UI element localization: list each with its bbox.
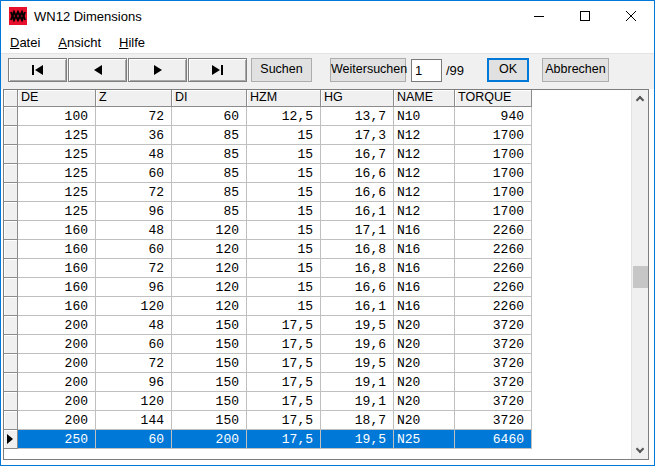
table-row[interactable]: 20014415017,518,7N203720 [4, 411, 648, 430]
cell-torque[interactable]: 6460 [455, 430, 532, 449]
cell-hzm[interactable]: 17,5 [247, 430, 321, 449]
cell-torque[interactable]: 2260 [455, 297, 532, 316]
row-selector-cell[interactable] [4, 183, 18, 202]
cell-de[interactable]: 125 [18, 183, 96, 202]
cell-de[interactable]: 125 [18, 164, 96, 183]
cell-de[interactable]: 125 [18, 145, 96, 164]
table-row[interactable]: 160601201516,8N162260 [4, 240, 648, 259]
table-row[interactable]: 2006015017,519,6N203720 [4, 335, 648, 354]
cell-hzm[interactable]: 15 [247, 202, 321, 221]
row-selector-cell[interactable] [4, 164, 18, 183]
cell-z[interactable]: 60 [96, 430, 172, 449]
cell-name[interactable]: N16 [394, 297, 455, 316]
row-selector-cell[interactable] [4, 335, 18, 354]
row-selector-cell[interactable] [4, 430, 18, 449]
cell-de[interactable]: 200 [18, 335, 96, 354]
cell-name[interactable]: N20 [394, 316, 455, 335]
cell-hg[interactable]: 16,8 [321, 240, 394, 259]
cell-de[interactable]: 125 [18, 126, 96, 145]
table-row[interactable]: 12572851516,6N121700 [4, 183, 648, 202]
cell-di[interactable]: 120 [172, 297, 247, 316]
column-header-de[interactable]: DE [18, 90, 96, 107]
cell-hg[interactable]: 16,6 [321, 278, 394, 297]
cell-di[interactable]: 150 [172, 335, 247, 354]
cell-hzm[interactable]: 15 [247, 145, 321, 164]
table-row[interactable]: 2009615017,519,1N203720 [4, 373, 648, 392]
cell-z[interactable]: 60 [96, 164, 172, 183]
cell-di[interactable]: 60 [172, 107, 247, 126]
cell-name[interactable]: N20 [394, 392, 455, 411]
close-button[interactable] [608, 1, 654, 31]
cell-hzm[interactable]: 15 [247, 259, 321, 278]
cell-hg[interactable]: 18,7 [321, 411, 394, 430]
cell-torque[interactable]: 3720 [455, 411, 532, 430]
cell-hg[interactable]: 16,8 [321, 259, 394, 278]
cell-name[interactable]: N12 [394, 183, 455, 202]
scroll-down-button[interactable] [632, 442, 649, 459]
scroll-up-button[interactable] [632, 90, 649, 107]
cell-hzm[interactable]: 17,5 [247, 316, 321, 335]
table-row[interactable]: 1601201201516,1N162260 [4, 297, 648, 316]
cell-name[interactable]: N12 [394, 164, 455, 183]
cell-torque[interactable]: 3720 [455, 373, 532, 392]
cell-hzm[interactable]: 17,5 [247, 392, 321, 411]
last-record-button[interactable] [188, 58, 247, 82]
cell-z[interactable]: 36 [96, 126, 172, 145]
cell-name[interactable]: N20 [394, 373, 455, 392]
cell-hg[interactable]: 19,1 [321, 392, 394, 411]
cell-name[interactable]: N16 [394, 240, 455, 259]
cell-z[interactable]: 96 [96, 278, 172, 297]
cell-de[interactable]: 200 [18, 354, 96, 373]
row-selector-cell[interactable] [4, 221, 18, 240]
cell-name[interactable]: N12 [394, 126, 455, 145]
cell-z[interactable]: 72 [96, 107, 172, 126]
cell-torque[interactable]: 2260 [455, 240, 532, 259]
row-selector-cell[interactable] [4, 354, 18, 373]
cell-z[interactable]: 120 [96, 297, 172, 316]
cell-di[interactable]: 85 [172, 164, 247, 183]
cell-di[interactable]: 85 [172, 202, 247, 221]
column-header-z[interactable]: Z [96, 90, 172, 107]
cancel-button[interactable]: Abbrechen [542, 58, 609, 82]
minimize-button[interactable] [516, 1, 562, 31]
row-selector-cell[interactable] [4, 240, 18, 259]
cell-name[interactable]: N16 [394, 221, 455, 240]
scrollbar-thumb[interactable] [633, 266, 648, 288]
cell-z[interactable]: 120 [96, 392, 172, 411]
cell-hzm[interactable]: 12,5 [247, 107, 321, 126]
column-header-torque[interactable]: TORQUE [455, 90, 532, 107]
previous-record-button[interactable] [68, 58, 127, 82]
cell-di[interactable]: 150 [172, 392, 247, 411]
menu-item-datei[interactable]: Datei [1, 31, 49, 53]
cell-de[interactable]: 200 [18, 316, 96, 335]
row-selector-cell[interactable] [4, 126, 18, 145]
cell-torque[interactable]: 3720 [455, 354, 532, 373]
row-selector-cell[interactable] [4, 107, 18, 126]
cell-di[interactable]: 150 [172, 373, 247, 392]
cell-de[interactable]: 160 [18, 259, 96, 278]
cell-di[interactable]: 150 [172, 354, 247, 373]
row-selector-cell[interactable] [4, 202, 18, 221]
cell-hzm[interactable]: 17,5 [247, 373, 321, 392]
cell-de[interactable]: 160 [18, 221, 96, 240]
cell-z[interactable]: 48 [96, 221, 172, 240]
row-selector-cell[interactable] [4, 278, 18, 297]
cell-di[interactable]: 120 [172, 259, 247, 278]
cell-torque[interactable]: 1700 [455, 183, 532, 202]
cell-hg[interactable]: 19,5 [321, 354, 394, 373]
row-selector-cell[interactable] [4, 297, 18, 316]
cell-hzm[interactable]: 15 [247, 164, 321, 183]
cell-hzm[interactable]: 15 [247, 183, 321, 202]
row-selector-cell[interactable] [4, 316, 18, 335]
cell-hzm[interactable]: 15 [247, 126, 321, 145]
menu-item-ansicht[interactable]: Ansicht [49, 31, 110, 53]
column-header-name[interactable]: NAME [394, 90, 455, 107]
ok-button[interactable]: OK [487, 58, 529, 82]
cell-de[interactable]: 200 [18, 411, 96, 430]
search-next-button[interactable]: Weitersuchen [330, 58, 406, 82]
cell-hg[interactable]: 17,1 [321, 221, 394, 240]
cell-di[interactable]: 85 [172, 145, 247, 164]
column-header-di[interactable]: DI [172, 90, 247, 107]
cell-hzm[interactable]: 15 [247, 240, 321, 259]
table-row[interactable]: 12560851516,6N121700 [4, 164, 648, 183]
